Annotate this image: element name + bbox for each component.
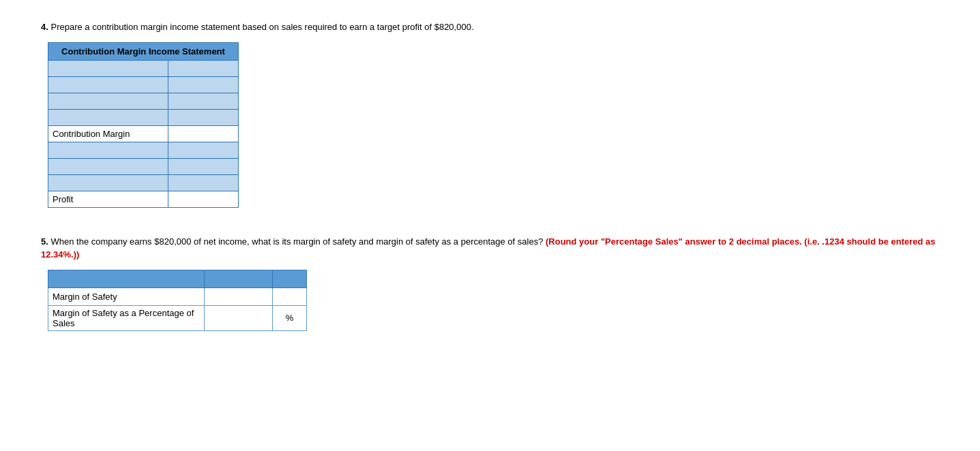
table-row <box>48 76 239 93</box>
cm-row7-label <box>48 158 168 174</box>
table-row: Margin of Safety <box>48 287 307 305</box>
question-4-text: Prepare a contribution margin income sta… <box>50 22 473 32</box>
cm-row3-value[interactable] <box>168 93 238 109</box>
table-row: Contribution Margin <box>48 125 239 142</box>
mos-row2-input[interactable] <box>205 306 272 330</box>
mos-header-col2 <box>205 270 273 287</box>
question-5-number: 5. <box>41 236 48 247</box>
cm-row3-label <box>48 93 168 109</box>
mos-row1-value[interactable] <box>205 287 273 305</box>
cm-table-header: Contribution Margin Income Statement <box>48 42 239 60</box>
table-row <box>48 109 239 125</box>
table-row <box>48 60 239 76</box>
cm-row1-value[interactable] <box>168 60 238 76</box>
cm-row6-value[interactable] <box>168 142 238 158</box>
cm-contribution-margin-value[interactable] <box>168 125 238 142</box>
mos-row2-pct: % <box>273 305 307 330</box>
table-row <box>48 158 239 174</box>
cm-profit-value[interactable] <box>168 191 238 207</box>
cm-row4-value[interactable] <box>168 109 238 125</box>
cm-row4-input[interactable] <box>168 110 238 125</box>
mos-header-col3 <box>273 270 307 287</box>
cm-row1-label <box>48 60 168 76</box>
cm-row2-input[interactable] <box>168 77 238 93</box>
cm-row8-label <box>48 174 168 191</box>
cm-profit-label: Profit <box>48 191 168 207</box>
cm-contribution-margin-input[interactable] <box>168 126 238 142</box>
table-row: Margin of Safety as a Percentage of Sale… <box>48 305 307 330</box>
cm-row7-input[interactable] <box>168 159 238 174</box>
cm-income-statement-table: Contribution Margin Income Statement <box>48 42 239 208</box>
question-5-label: 5. When the company earns $820,000 of ne… <box>41 235 939 262</box>
cm-row8-value[interactable] <box>168 174 238 191</box>
cm-row2-value[interactable] <box>168 76 238 93</box>
mos-row2-value[interactable] <box>205 305 273 330</box>
cm-profit-input[interactable] <box>168 191 238 207</box>
question-4-label: 4. Prepare a contribution margin income … <box>41 20 939 34</box>
cm-row7-value[interactable] <box>168 158 238 174</box>
cm-row6-input[interactable] <box>168 142 238 158</box>
table-row: Profit <box>48 191 239 207</box>
cm-row4-label <box>48 109 168 125</box>
cm-row2-label <box>48 76 168 93</box>
cm-table-header-row: Contribution Margin Income Statement <box>48 42 239 60</box>
table-row <box>48 93 239 109</box>
mos-row1-input[interactable] <box>205 288 272 305</box>
cm-row1-input[interactable] <box>168 61 238 76</box>
cm-contribution-margin-label: Contribution Margin <box>48 125 168 142</box>
mos-row1-label: Margin of Safety <box>48 287 205 305</box>
mos-row1-pct <box>273 287 307 305</box>
table-row <box>48 142 239 158</box>
table-row <box>48 174 239 191</box>
question-4-number: 4. <box>41 22 48 32</box>
question-5: 5. When the company earns $820,000 of ne… <box>41 235 939 331</box>
mos-table-header-row <box>48 270 307 287</box>
cm-row3-input[interactable] <box>168 93 238 109</box>
question-5-text: When the company earns $820,000 of net i… <box>50 236 543 247</box>
cm-row6-label <box>48 142 168 158</box>
mos-header-col1 <box>48 270 205 287</box>
margin-of-safety-table: Margin of Safety Margin of Safety as a P… <box>48 270 307 331</box>
cm-row8-input[interactable] <box>168 175 238 191</box>
mos-row2-label: Margin of Safety as a Percentage of Sale… <box>48 305 205 330</box>
question-4: 4. Prepare a contribution margin income … <box>41 20 939 208</box>
